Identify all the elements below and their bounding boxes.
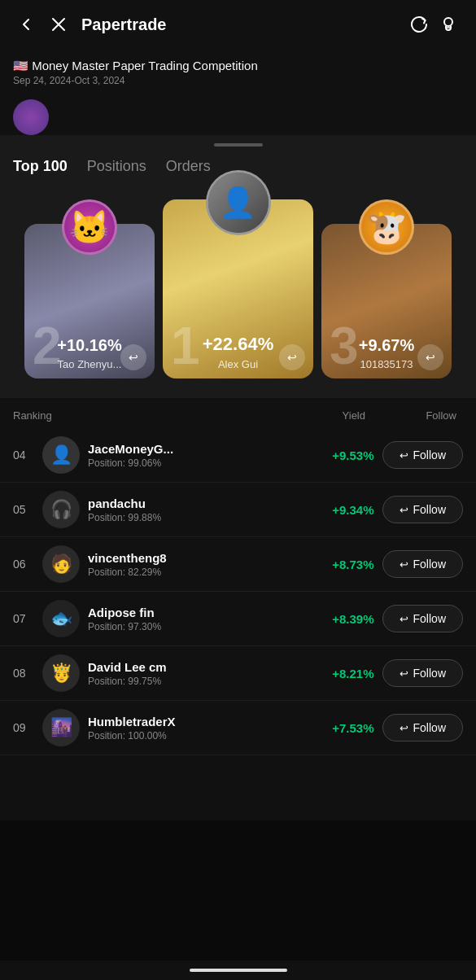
follow-arrow-icon: ↩ xyxy=(400,449,408,462)
podium-third-avatar: 🐮 xyxy=(359,199,414,255)
list-item: 04 👤 JaceMoneyG... Position: 99.06% +9.5… xyxy=(0,428,476,483)
trader-info: JaceMoneyG... Position: 99.06% xyxy=(88,442,317,469)
competition-flag: 🇺🇸 xyxy=(13,59,28,72)
follow-arrow-icon: ↩ xyxy=(400,722,408,734)
rank-number: 07 xyxy=(13,612,42,625)
podium-first-follow-btn[interactable]: ↩ xyxy=(279,344,305,370)
list-item: 07 🐟 Adipose fin Position: 97.30% +8.39%… xyxy=(0,592,476,646)
trader-avatar: 🎧 xyxy=(42,491,80,528)
podium-third-emoji: 🐮 xyxy=(361,202,412,252)
follow-label: Follow xyxy=(413,721,446,734)
bulb-button[interactable] xyxy=(434,10,463,39)
close-button[interactable] xyxy=(46,11,72,37)
podium-second-emoji: 🐱 xyxy=(64,202,115,252)
trader-info: HumbletraderX Position: 100.00% xyxy=(88,715,317,742)
user-preview-strip xyxy=(0,93,476,135)
trader-username: HumbletraderX xyxy=(88,715,317,728)
follow-label: Follow xyxy=(413,612,446,625)
rank-number: 06 xyxy=(13,558,42,571)
trader-yield: +8.39% xyxy=(317,612,382,626)
trader-username: JaceMoneyG... xyxy=(88,442,317,456)
follow-arrow-icon: ↩ xyxy=(400,667,408,680)
trader-avatar: 🐟 xyxy=(42,600,80,637)
rank-number: 05 xyxy=(13,503,42,516)
competition-date: Sep 24, 2024-Oct 3, 2024 xyxy=(13,75,463,86)
follow-label: Follow xyxy=(413,667,446,680)
page-title: Papertrade xyxy=(81,15,404,34)
follow-button[interactable]: ↩ Follow xyxy=(382,441,463,469)
follow-button[interactable]: ↩ Follow xyxy=(382,714,463,742)
list-item: 08 🤴 David Lee cm Position: 99.75% +8.21… xyxy=(0,646,476,701)
trader-yield: +7.53% xyxy=(317,721,382,735)
competition-name: Money Master Paper Trading Competition xyxy=(32,59,258,72)
trader-info: vincentheng8 Position: 82.29% xyxy=(88,551,317,578)
home-indicator xyxy=(190,969,287,972)
podium-third: 🐮 3 +9.67% 101835173 ↩ xyxy=(321,224,452,378)
sheet-handle xyxy=(214,143,263,147)
podium-third-follow-btn[interactable]: ↩ xyxy=(417,344,443,370)
follow-arrow-icon: ↩ xyxy=(400,613,408,625)
list-item: 09 🌆 HumbletraderX Position: 100.00% +7.… xyxy=(0,701,476,755)
rank-number: 08 xyxy=(13,667,42,680)
trader-position: Position: 100.00% xyxy=(88,730,317,742)
trader-position: Position: 97.30% xyxy=(88,621,317,632)
follow-label: Follow xyxy=(413,503,446,516)
list-item: 05 🎧 pandachu Position: 99.88% +9.34% ↩ … xyxy=(0,483,476,537)
trader-position: Position: 99.88% xyxy=(88,512,317,523)
follow-button[interactable]: ↩ Follow xyxy=(382,550,463,578)
podium-first: 👤 1 +22.64% Alex Gui ↩ xyxy=(163,199,313,378)
trader-avatar: 🤴 xyxy=(42,654,80,692)
podium-first-yield: +22.64% xyxy=(203,334,273,355)
follow-label: Follow xyxy=(413,558,446,571)
header: Papertrade xyxy=(0,0,476,49)
list-column-headers: Ranking Yield Follow xyxy=(0,398,476,428)
trader-yield: +8.21% xyxy=(317,667,382,680)
follow-label: Follow xyxy=(413,448,446,462)
trader-avatar: 👤 xyxy=(42,436,80,474)
podium-second: 🐱 2 +10.16% Tao Zhenyu... ↩ xyxy=(24,224,155,378)
trader-position: Position: 99.75% xyxy=(88,676,317,687)
trader-avatar: 🧑 xyxy=(42,545,80,583)
trader-username: vincentheng8 xyxy=(88,551,317,565)
trader-yield: +8.73% xyxy=(317,558,382,571)
podium-third-yield: +9.67% xyxy=(359,336,414,355)
podium-second-follow-btn[interactable]: ↩ xyxy=(120,344,146,370)
follow-arrow-icon: ↩ xyxy=(400,504,408,516)
podium-section: 🐱 2 +10.16% Tao Zhenyu... ↩ 👤 1 +22.64% … xyxy=(0,186,476,398)
user-avatar-preview xyxy=(13,99,49,135)
refresh-button[interactable] xyxy=(404,10,434,39)
trader-info: pandachu Position: 99.88% xyxy=(88,497,317,523)
competition-banner: 🇺🇸 Money Master Paper Trading Competitio… xyxy=(0,49,476,93)
podium-second-yield: +10.16% xyxy=(57,336,122,355)
rank-number: 04 xyxy=(13,448,42,462)
follow-button[interactable]: ↩ Follow xyxy=(382,659,463,687)
follow-arrow-icon: ↩ xyxy=(400,558,408,571)
podium-second-rank-bg: 2 xyxy=(33,320,62,372)
back-button[interactable] xyxy=(13,11,39,37)
rank-number: 09 xyxy=(13,721,42,734)
podium-third-rank-bg: 3 xyxy=(330,320,359,372)
leaderboard-list: Ranking Yield Follow 04 👤 JaceMoneyG... … xyxy=(0,398,476,820)
trader-yield: +9.53% xyxy=(317,448,382,462)
list-item: 06 🧑 vincentheng8 Position: 82.29% +8.73… xyxy=(0,537,476,592)
competition-title: 🇺🇸 Money Master Paper Trading Competitio… xyxy=(13,59,463,73)
podium-first-avatar: 👤 xyxy=(206,170,271,235)
podium-first-name: Alex Gui xyxy=(218,358,258,370)
tab-top100[interactable]: Top 100 xyxy=(13,158,68,178)
follow-button[interactable]: ↩ Follow xyxy=(382,496,463,523)
header-yield: Yield xyxy=(300,409,365,422)
tab-orders[interactable]: Orders xyxy=(166,158,211,178)
podium-second-avatar: 🐱 xyxy=(62,199,117,255)
trader-username: Adipose fin xyxy=(88,606,317,619)
trader-yield: +9.34% xyxy=(317,503,382,517)
header-ranking: Ranking xyxy=(13,409,52,422)
podium-second-name: Tao Zhenyu... xyxy=(58,358,122,370)
svg-point-0 xyxy=(444,18,452,26)
bottom-bar xyxy=(0,960,476,980)
trader-position: Position: 99.06% xyxy=(88,457,317,469)
trader-username: David Lee cm xyxy=(88,660,317,674)
trader-username: pandachu xyxy=(88,497,317,510)
podium-first-rank-bg: 1 xyxy=(171,320,200,372)
follow-button[interactable]: ↩ Follow xyxy=(382,605,463,632)
tab-positions[interactable]: Positions xyxy=(87,158,146,178)
